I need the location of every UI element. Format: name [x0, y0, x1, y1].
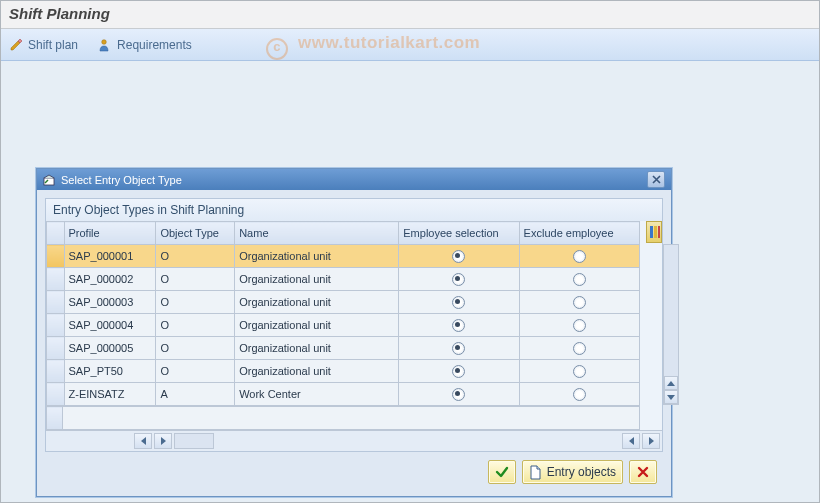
cell-profile: SAP_000001: [64, 245, 156, 268]
cell-employee-selection[interactable]: [399, 314, 519, 337]
dialog-titlebar[interactable]: Select Entry Object Type: [37, 169, 671, 190]
radio-employee-selection[interactable]: [452, 388, 465, 401]
table-row[interactable]: SAP_000005OOrganizational unit: [47, 337, 640, 360]
entry-objects-label: Entry objects: [547, 465, 616, 479]
cell-profile: Z-EINSATZ: [64, 383, 156, 406]
cell-employee-selection[interactable]: [399, 268, 519, 291]
col-employee-selection[interactable]: Employee selection: [399, 222, 519, 245]
svg-point-0: [102, 39, 107, 44]
group-title: Entry Object Types in Shift Planning: [46, 199, 662, 221]
cell-employee-selection[interactable]: [399, 245, 519, 268]
radio-exclude-employee[interactable]: [573, 319, 586, 332]
cell-object-type: A: [156, 383, 235, 406]
svg-rect-1: [44, 178, 54, 185]
entry-objects-button[interactable]: Entry objects: [522, 460, 623, 484]
radio-employee-selection[interactable]: [452, 319, 465, 332]
hscroll-left-2[interactable]: [622, 433, 640, 449]
cell-object-type: O: [156, 245, 235, 268]
cell-profile: SAP_000002: [64, 268, 156, 291]
cell-employee-selection[interactable]: [399, 337, 519, 360]
svg-rect-3: [654, 226, 657, 238]
radio-exclude-employee[interactable]: [573, 388, 586, 401]
table-row[interactable]: SAP_PT50OOrganizational unit: [47, 360, 640, 383]
cell-exclude-employee[interactable]: [519, 314, 639, 337]
table-hscroll[interactable]: [46, 430, 662, 451]
requirements-button[interactable]: Requirements: [98, 38, 192, 52]
row-selector[interactable]: [47, 383, 65, 406]
select-entry-object-dialog: Select Entry Object Type Entry Object Ty…: [36, 168, 672, 497]
table-row[interactable]: Z-EINSATZAWork Center: [47, 383, 640, 406]
cell-name: Organizational unit: [235, 245, 399, 268]
svg-rect-2: [650, 226, 653, 238]
close-icon: [652, 175, 661, 184]
row-selector[interactable]: [47, 245, 65, 268]
cancel-icon: [637, 466, 649, 478]
dialog-close-button[interactable]: [647, 171, 665, 188]
cell-exclude-employee[interactable]: [519, 245, 639, 268]
ok-button[interactable]: [488, 460, 516, 484]
table-row[interactable]: SAP_000004OOrganizational unit: [47, 314, 640, 337]
shift-plan-button[interactable]: Shift plan: [9, 38, 78, 52]
cell-exclude-employee[interactable]: [519, 360, 639, 383]
cell-name: Work Center: [235, 383, 399, 406]
cell-employee-selection[interactable]: [399, 383, 519, 406]
watermark: cwww.tutorialkart.com: [266, 33, 480, 60]
cell-object-type: O: [156, 268, 235, 291]
cell-name: Organizational unit: [235, 291, 399, 314]
cell-exclude-employee[interactable]: [519, 291, 639, 314]
title-bar: Shift Planning: [1, 1, 819, 29]
radio-exclude-employee[interactable]: [573, 365, 586, 378]
cell-exclude-employee[interactable]: [519, 337, 639, 360]
table-config-button[interactable]: [646, 221, 662, 243]
col-profile[interactable]: Profile: [64, 222, 156, 245]
col-object-type[interactable]: Object Type: [156, 222, 235, 245]
table-row[interactable]: SAP_000001OOrganizational unit: [47, 245, 640, 268]
cancel-button[interactable]: [629, 460, 657, 484]
requirements-label: Requirements: [117, 38, 192, 52]
cell-employee-selection[interactable]: [399, 291, 519, 314]
col-name[interactable]: Name: [235, 222, 399, 245]
hscroll-left-1[interactable]: [134, 433, 152, 449]
radio-employee-selection[interactable]: [452, 296, 465, 309]
cell-profile: SAP_PT50: [64, 360, 156, 383]
cell-profile: SAP_000004: [64, 314, 156, 337]
radio-exclude-employee[interactable]: [573, 273, 586, 286]
entry-object-table[interactable]: Profile Object Type Name Employee select…: [46, 221, 640, 406]
cell-exclude-employee[interactable]: [519, 268, 639, 291]
cell-object-type: O: [156, 337, 235, 360]
hscroll-thumb-1[interactable]: [174, 433, 214, 449]
scroll-up-button[interactable]: [664, 376, 678, 390]
radio-employee-selection[interactable]: [452, 365, 465, 378]
hscroll-right-1[interactable]: [154, 433, 172, 449]
hscroll-right-2[interactable]: [642, 433, 660, 449]
cell-employee-selection[interactable]: [399, 360, 519, 383]
page-title: Shift Planning: [9, 5, 811, 22]
row-selector[interactable]: [47, 360, 65, 383]
cell-name: Organizational unit: [235, 360, 399, 383]
col-exclude-employee[interactable]: Exclude employee: [519, 222, 639, 245]
row-selector[interactable]: [47, 268, 65, 291]
radio-exclude-employee[interactable]: [573, 250, 586, 263]
radio-employee-selection[interactable]: [452, 273, 465, 286]
ok-icon: [495, 465, 509, 479]
row-selector-header[interactable]: [47, 222, 65, 245]
table-vscroll[interactable]: [663, 244, 679, 405]
new-page-icon: [529, 465, 542, 480]
cell-name: Organizational unit: [235, 268, 399, 291]
row-selector[interactable]: [47, 291, 65, 314]
table-row[interactable]: SAP_000002OOrganizational unit: [47, 268, 640, 291]
shift-plan-label: Shift plan: [28, 38, 78, 52]
radio-employee-selection[interactable]: [452, 342, 465, 355]
scroll-down-button[interactable]: [664, 390, 678, 404]
radio-exclude-employee[interactable]: [573, 296, 586, 309]
dialog-title: Select Entry Object Type: [61, 174, 182, 186]
dialog-button-bar: Entry objects: [45, 452, 663, 488]
table-footer-strip: [46, 406, 640, 430]
table-row[interactable]: SAP_000003OOrganizational unit: [47, 291, 640, 314]
row-selector[interactable]: [47, 337, 65, 360]
radio-exclude-employee[interactable]: [573, 342, 586, 355]
row-selector[interactable]: [47, 314, 65, 337]
radio-employee-selection[interactable]: [452, 250, 465, 263]
dialog-icon: [43, 174, 55, 186]
cell-exclude-employee[interactable]: [519, 383, 639, 406]
